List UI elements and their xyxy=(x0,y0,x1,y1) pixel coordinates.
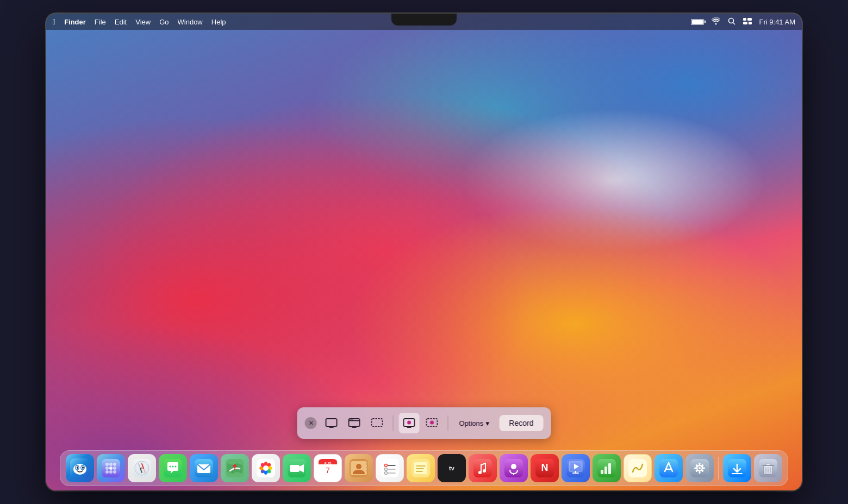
screenshot-toolbar: ✕ xyxy=(297,407,551,439)
contacts-icon xyxy=(350,459,368,477)
maps-icon xyxy=(226,459,244,477)
dock-app-maps[interactable] xyxy=(221,454,249,482)
datetime-display[interactable]: Fri 9:41 AM xyxy=(759,18,795,26)
svg-point-50 xyxy=(170,466,171,468)
svg-point-77 xyxy=(356,464,361,469)
svg-point-36 xyxy=(109,467,113,470)
dock-app-system-preferences[interactable] xyxy=(685,454,714,482)
dock-app-photos[interactable] xyxy=(252,454,280,482)
dock-app-airdrop[interactable] xyxy=(723,454,751,482)
dock-app-podcasts[interactable] xyxy=(500,454,528,482)
dock-app-freeform[interactable] xyxy=(623,454,652,482)
reminders-icon xyxy=(381,459,399,477)
svg-text:7: 7 xyxy=(326,466,330,475)
news-icon: N xyxy=(535,459,554,477)
record-button[interactable]: Record xyxy=(499,415,543,431)
dock-app-safari[interactable] xyxy=(128,454,156,482)
dock-app-news[interactable]: N xyxy=(531,454,559,482)
control-center-icon[interactable] xyxy=(743,18,752,26)
svg-rect-111 xyxy=(604,467,607,474)
toolbar-divider-1 xyxy=(393,415,394,431)
menu-view[interactable]: View xyxy=(135,18,151,26)
dock-app-keynote[interactable] xyxy=(562,454,590,482)
dock-app-calendar[interactable]: AUG 7 xyxy=(314,454,342,482)
svg-point-12 xyxy=(351,419,352,420)
menu-file[interactable]: File xyxy=(95,18,106,26)
capture-window-button[interactable] xyxy=(344,413,365,433)
wifi-icon[interactable] xyxy=(712,17,720,27)
dock-app-notes[interactable] xyxy=(407,454,435,482)
messages-icon xyxy=(164,459,182,477)
dock-app-reminders[interactable] xyxy=(376,454,404,482)
capture-entire-screen-button[interactable] xyxy=(321,413,342,433)
menu-finder[interactable]: Finder xyxy=(64,18,86,26)
svg-point-30 xyxy=(82,467,84,469)
capture-portion-button[interactable] xyxy=(367,413,388,433)
svg-point-38 xyxy=(105,470,109,474)
svg-point-32 xyxy=(105,463,109,466)
svg-rect-114 xyxy=(659,459,678,477)
svg-rect-2 xyxy=(743,18,746,21)
dock-app-launchpad[interactable] xyxy=(97,454,125,482)
capture-window-icon xyxy=(348,417,360,429)
apple-logo-icon[interactable]:  xyxy=(53,17,55,26)
svg-point-0 xyxy=(728,18,733,23)
svg-point-40 xyxy=(113,470,116,474)
menu-help[interactable]: Help xyxy=(211,18,226,26)
appstore-icon xyxy=(659,459,678,477)
record-screen-button[interactable] xyxy=(399,413,420,433)
screen:  Finder File Edit View Go Window Help xyxy=(46,14,802,490)
dock-app-appstore[interactable] xyxy=(654,454,683,482)
svg-rect-95 xyxy=(473,459,492,477)
search-icon[interactable] xyxy=(728,17,735,27)
record-label: Record xyxy=(509,419,533,427)
menu-edit[interactable]: Edit xyxy=(115,18,127,26)
svg-point-29 xyxy=(77,467,78,469)
options-label: Options xyxy=(459,419,484,427)
svg-rect-79 xyxy=(366,467,368,468)
dock-app-numbers[interactable] xyxy=(593,454,621,482)
capture-portion-icon xyxy=(371,417,383,429)
svg-text:AUG: AUG xyxy=(324,462,332,465)
record-portion-button[interactable] xyxy=(422,413,442,433)
svg-point-11 xyxy=(350,419,351,420)
dock-app-trash[interactable] xyxy=(754,454,782,482)
trash-icon xyxy=(759,459,777,477)
close-icon: ✕ xyxy=(308,420,313,427)
svg-line-1 xyxy=(733,22,735,24)
battery-body xyxy=(691,19,704,25)
menubar-right: Fri 9:41 AM xyxy=(691,17,795,27)
menu-window[interactable]: Window xyxy=(178,18,203,26)
launchpad-icon xyxy=(102,459,120,477)
svg-rect-89 xyxy=(414,462,427,474)
options-button[interactable]: Options ▾ xyxy=(454,416,495,431)
svg-point-52 xyxy=(175,466,177,468)
svg-rect-80 xyxy=(366,470,368,471)
record-portion-icon xyxy=(426,417,438,429)
dock-app-facetime[interactable] xyxy=(283,454,311,482)
svg-point-24 xyxy=(73,464,86,475)
svg-point-13 xyxy=(352,419,353,420)
svg-rect-112 xyxy=(608,463,611,474)
svg-rect-68 xyxy=(290,465,300,472)
menu-go[interactable]: Go xyxy=(159,18,169,26)
dock-app-music[interactable] xyxy=(469,454,497,482)
airdrop-icon xyxy=(728,459,746,477)
dock-app-appletv[interactable]: tv xyxy=(438,454,466,482)
svg-rect-4 xyxy=(743,22,747,24)
svg-text:tv: tv xyxy=(449,465,455,471)
svg-rect-16 xyxy=(372,419,383,426)
svg-rect-110 xyxy=(601,470,603,474)
dock-app-finder[interactable] xyxy=(66,454,94,482)
freeform-icon xyxy=(628,459,647,477)
toolbar-close-button[interactable]: ✕ xyxy=(305,417,317,429)
safari-icon xyxy=(133,459,151,477)
svg-point-18 xyxy=(407,421,411,425)
svg-point-39 xyxy=(109,470,113,474)
battery-indicator xyxy=(691,19,704,25)
record-screen-icon xyxy=(403,417,415,429)
dock-app-messages[interactable] xyxy=(159,454,187,482)
dock-app-mail[interactable] xyxy=(190,454,218,482)
dock-app-contacts[interactable] xyxy=(345,454,373,482)
svg-point-56 xyxy=(233,464,236,468)
